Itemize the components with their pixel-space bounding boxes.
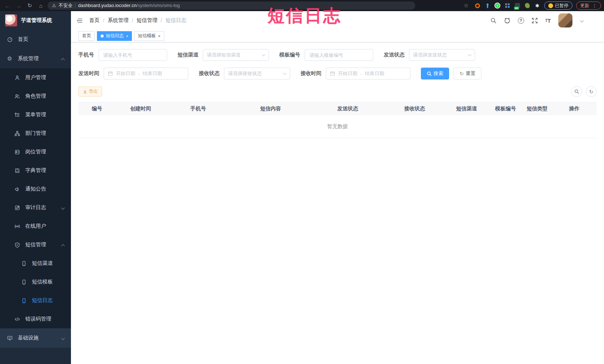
users-icon <box>14 94 20 99</box>
column-header-template-id: 模板编号 <box>489 105 522 112</box>
send-status-select[interactable]: 请选择发送状态 <box>409 49 475 61</box>
column-header-channel: 短信渠道 <box>444 105 489 112</box>
export-button[interactable]: 导出 <box>78 87 102 97</box>
sidebar-item-dict[interactable]: 字典管理 <box>0 161 71 180</box>
sidebar-item-notice[interactable]: 通知公告 <box>0 180 71 198</box>
receive-status-select[interactable]: 请选择接收状态 <box>224 68 290 79</box>
send-time-daterange[interactable]: 开始日期 - 结束日期 <box>104 68 188 79</box>
sidebar-item-online-users[interactable]: 在线用户 <box>0 217 71 235</box>
toggle-search-button[interactable] <box>571 86 582 97</box>
mobile-icon <box>21 298 27 303</box>
tags-view: 首页 短信日志 × 短信模板 × <box>71 30 604 42</box>
browser-menu-icon[interactable]: ⋮ <box>592 3 597 9</box>
tab-home[interactable]: 首页 <box>78 31 95 41</box>
extension-plant-icon[interactable] <box>524 3 530 9</box>
sidebar-item-sms[interactable]: 短信管理 <box>0 235 71 254</box>
url-bar[interactable]: ⚠ 不安全 dashboard.yudao.iocoder.cn/system/… <box>48 1 415 10</box>
sms-log-table: 编号 创建时间 手机号 短信内容 发送状态 接收状态 短信渠道 模板编号 短信类… <box>78 102 597 138</box>
chevron-down-icon <box>468 53 472 56</box>
tab-sms-template[interactable]: 短信模板 × <box>134 31 164 41</box>
extension-trident-icon[interactable] <box>484 3 491 9</box>
bookmark-star-icon[interactable]: ☆ <box>462 1 471 10</box>
template-id-input[interactable] <box>305 49 373 61</box>
breadcrumb-sms[interactable]: 短信管理 <box>137 17 158 24</box>
search-icon <box>427 71 432 76</box>
sidebar-item-sms-log[interactable]: 短信日志 <box>0 291 71 310</box>
sidebar-item-depts[interactable]: 部门管理 <box>0 124 71 143</box>
column-header-content: 短信内容 <box>231 105 311 112</box>
help-icon[interactable]: ? <box>518 17 524 24</box>
not-secure-label[interactable]: 不安全 <box>59 3 73 9</box>
column-header-receive-status: 接收状态 <box>385 105 444 112</box>
breadcrumb-system[interactable]: 系统管理 <box>108 17 129 24</box>
home-icon[interactable]: ⌂ <box>36 1 45 10</box>
mobile-icon <box>21 279 27 285</box>
close-icon[interactable]: × <box>126 34 128 38</box>
breadcrumb-home[interactable]: 首页 <box>89 17 100 24</box>
breadcrumb: 首页 / 系统管理 / 短信管理 / 短信日志 <box>89 17 186 24</box>
sidebar-item-error-code[interactable]: 错误码管理 <box>0 310 71 328</box>
active-dot <box>101 35 104 38</box>
search-button[interactable]: 搜索 <box>421 68 449 79</box>
url-separator <box>75 3 75 8</box>
column-header-sms-type: 短信类型 <box>522 105 552 112</box>
logo-image <box>5 14 17 26</box>
app-logo[interactable]: 芋道管理系统 <box>0 11 71 30</box>
extension-donut-icon[interactable] <box>474 3 481 9</box>
megaphone-icon <box>14 186 20 192</box>
download-icon <box>83 90 87 94</box>
hamburger-icon[interactable] <box>77 17 83 24</box>
font-size-icon[interactable]: TT <box>545 17 551 24</box>
chevron-up-icon <box>61 58 65 62</box>
forward-icon[interactable]: → <box>14 1 23 10</box>
sidebar-item-users[interactable]: 用户管理 <box>0 68 71 87</box>
search-icon <box>574 89 579 94</box>
url-text: dashboard.yudao.iocoder.cn/system/sms/sm… <box>78 3 180 8</box>
back-icon[interactable]: ← <box>3 1 12 10</box>
fullscreen-icon[interactable] <box>532 17 538 24</box>
gear-icon: ⚙ <box>7 55 13 62</box>
search-icon[interactable] <box>490 17 497 24</box>
annotation-title: 短信日志 <box>267 4 342 27</box>
sidebar-item-home[interactable]: 首页 <box>0 30 71 49</box>
field-label-receive-status: 接收状态 <box>199 70 220 77</box>
sidebar-item-sms-template[interactable]: 短信模板 <box>0 273 71 291</box>
app-title: 芋道管理系统 <box>21 17 52 24</box>
github-icon[interactable] <box>504 17 510 24</box>
column-header-create-time: 创建时间 <box>116 105 166 112</box>
empty-state: 暂无数据 <box>78 115 597 138</box>
avatar-caret-down-icon[interactable] <box>580 19 584 22</box>
user-avatar[interactable] <box>558 13 572 27</box>
close-icon[interactable]: × <box>158 34 160 38</box>
extension-flower-icon[interactable]: ✱ <box>534 3 540 9</box>
sidebar-item-infra[interactable]: 基础设施 <box>0 328 71 348</box>
extension-on-icon[interactable]: on <box>514 3 520 9</box>
calendar-icon <box>330 71 335 76</box>
refresh-button[interactable]: ↻ <box>586 86 597 97</box>
sidebar-item-audit-log[interactable]: 审计日志 <box>0 198 71 217</box>
shield-icon <box>14 242 20 248</box>
mobile-input[interactable] <box>98 49 167 61</box>
sidebar-item-menus[interactable]: 菜单管理 <box>0 105 71 124</box>
sidebar-item-system[interactable]: ⚙ 系统管理 <box>0 49 71 68</box>
reload-icon[interactable]: ↻ <box>25 1 34 10</box>
sidebar-item-roles[interactable]: 角色管理 <box>0 87 71 105</box>
receive-time-daterange[interactable]: 开始日期 - 结束日期 <box>326 68 410 79</box>
channel-select[interactable]: 请选择短信渠道 <box>203 49 269 61</box>
extension-grid-icon[interactable] <box>504 3 510 9</box>
chevron-down-icon <box>61 336 65 340</box>
extension-v-icon[interactable]: V <box>494 3 500 9</box>
breadcrumb-current: 短信日志 <box>166 17 186 24</box>
sidebar-item-sms-channel[interactable]: 短信渠道 <box>0 254 71 273</box>
column-header-actions: 操作 <box>552 105 597 112</box>
tab-sms-log[interactable]: 短信日志 × <box>97 31 132 41</box>
log-icon <box>14 205 20 211</box>
update-button[interactable]: 更新 ⋮ <box>576 1 601 10</box>
field-label-template-id: 模板编号 <box>279 52 300 58</box>
profile-paused-pill[interactable]: 已暂停 <box>544 1 572 10</box>
code-icon <box>14 316 20 322</box>
badge-icon <box>14 149 20 155</box>
reset-button[interactable]: ↻ 重置 <box>454 68 481 79</box>
sidebar-item-posts[interactable]: 岗位管理 <box>0 143 71 161</box>
page-content: 手机号 短信渠道 请选择短信渠道 模板编号 发送状态 <box>71 42 604 364</box>
